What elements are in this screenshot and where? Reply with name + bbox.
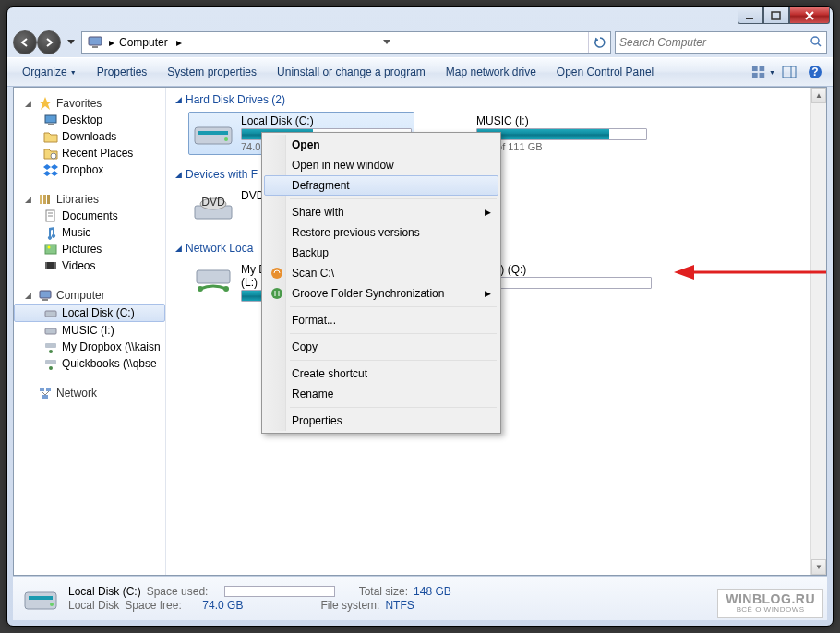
organize-menu[interactable]: Organize▼ (13, 61, 86, 83)
svg-point-52 (271, 288, 282, 299)
nav-local-disk-c[interactable]: Local Disk (C:) (14, 304, 165, 322)
search-box[interactable] (615, 31, 827, 54)
ctx-format[interactable]: Format... (264, 310, 498, 330)
nav-music-disk[interactable]: MUSIC (I:) (14, 322, 165, 339)
nav-back-button[interactable] (13, 30, 37, 54)
svg-rect-26 (45, 262, 47, 269)
control-panel-button[interactable]: Open Control Panel (547, 61, 663, 83)
address-dropdown[interactable] (378, 32, 394, 53)
nav-history-dropdown[interactable] (65, 40, 78, 45)
map-drive-button[interactable]: Map network drive (437, 61, 546, 83)
chevron-right-icon[interactable]: ▸ (174, 36, 185, 49)
view-options-button[interactable]: ▼ (751, 61, 775, 83)
collapse-icon: ◢ (175, 170, 182, 179)
nav-favorites-label: Favorites (56, 97, 102, 110)
favorites-icon (38, 96, 53, 111)
ctx-create-shortcut[interactable]: Create shortcut (264, 364, 498, 384)
watermark: WINBLOG.RU ВСЁ О WINDOWS (717, 589, 823, 618)
scroll-down-button[interactable]: ▼ (811, 559, 826, 575)
nav-libraries-header[interactable]: ◢ Libraries (14, 191, 165, 208)
svg-point-24 (48, 246, 51, 249)
recent-places-icon (43, 146, 58, 161)
ctx-defragment[interactable]: Defragment (264, 175, 498, 196)
ctx-rename[interactable]: Rename (264, 384, 498, 404)
nav-computer-header[interactable]: ◢ Computer (14, 287, 165, 304)
svg-line-5 (818, 43, 821, 46)
uninstall-button[interactable]: Uninstall or change a program (268, 61, 435, 83)
properties-button[interactable]: Properties (88, 61, 157, 83)
ctx-share-with[interactable]: Share with▶ (264, 202, 498, 222)
chevron-right-icon[interactable]: ▸ (106, 36, 117, 49)
svg-point-48 (198, 286, 203, 292)
context-menu: Open Open in new window Defragment Share… (261, 132, 501, 434)
nav-network-header[interactable]: ▷ Network (14, 385, 165, 401)
ctx-scan[interactable]: Scan C:\ (264, 263, 498, 283)
collapse-icon: ◢ (25, 291, 34, 300)
context-menu-separator (290, 407, 497, 408)
svg-rect-7 (760, 66, 765, 71)
refresh-button[interactable] (588, 32, 610, 53)
svg-rect-6 (752, 66, 758, 71)
nav-music[interactable]: Music (14, 224, 165, 241)
ctx-backup[interactable]: Backup (264, 243, 498, 263)
context-menu-separator (290, 360, 497, 361)
context-menu-separator (290, 306, 497, 307)
collapse-icon: ◢ (175, 95, 182, 104)
address-input[interactable]: ▸ Computer ▸ (81, 31, 611, 54)
ctx-groove-sync[interactable]: Groove Folder Synchronization▶ (264, 283, 498, 304)
nav-dropbox[interactable]: Dropbox (14, 161, 165, 178)
ctx-restore-versions[interactable]: Restore previous versions (264, 222, 498, 243)
libraries-icon (38, 192, 53, 207)
scrollbar[interactable]: ▲ ▼ (810, 88, 826, 575)
network-drive-icon (191, 263, 235, 300)
svg-rect-34 (45, 360, 56, 364)
svg-rect-37 (46, 388, 51, 391)
svg-rect-30 (45, 311, 56, 316)
videos-icon (43, 258, 58, 273)
svg-rect-27 (54, 262, 56, 269)
ctx-copy[interactable]: Copy (264, 337, 498, 357)
nav-pictures[interactable]: Pictures (14, 241, 165, 257)
ctx-properties[interactable]: Properties (264, 411, 498, 431)
network-drive-icon (43, 340, 58, 354)
help-button[interactable]: ? (803, 61, 827, 83)
music-icon (43, 225, 58, 240)
maximize-button[interactable] (763, 7, 789, 24)
svg-rect-28 (40, 291, 51, 298)
breadcrumb-computer[interactable]: Computer (117, 32, 174, 53)
svg-rect-29 (42, 299, 48, 301)
drive-name-label: MUSIC (I:) (476, 114, 647, 127)
status-space-free-label: Space free: (125, 599, 197, 612)
preview-pane-button[interactable] (777, 61, 801, 83)
svg-point-4 (811, 37, 819, 44)
ctx-open[interactable]: Open (264, 135, 498, 155)
disk-icon (191, 114, 235, 151)
nav-favorites-header[interactable]: ◢ Favorites (14, 95, 165, 112)
nav-videos[interactable]: Videos (14, 257, 165, 274)
svg-rect-31 (45, 328, 56, 334)
pictures-icon (43, 242, 58, 257)
svg-point-55 (50, 603, 54, 606)
svg-point-49 (223, 286, 229, 292)
search-input[interactable] (619, 36, 810, 49)
ctx-open-new-window[interactable]: Open in new window (264, 155, 498, 175)
system-properties-button[interactable]: System properties (158, 61, 266, 83)
scroll-up-button[interactable]: ▲ (811, 88, 826, 103)
nav-network-dropbox[interactable]: My Dropbox (\\kaisn (14, 339, 165, 355)
desktop-icon (43, 113, 58, 127)
nav-forward-button[interactable] (37, 30, 61, 54)
nav-network-quickbooks[interactable]: Quickbooks (\\qbse (14, 355, 165, 372)
nav-documents[interactable]: Documents (14, 208, 165, 224)
nav-downloads[interactable]: Downloads (14, 128, 165, 145)
dvd-icon: DVD (191, 189, 235, 226)
close-button[interactable] (789, 7, 830, 24)
minimize-button[interactable] (738, 7, 763, 24)
svg-rect-32 (45, 343, 56, 348)
nav-desktop[interactable]: Desktop (14, 112, 165, 128)
scroll-thumb[interactable] (811, 103, 826, 559)
collapse-icon: ◢ (175, 244, 182, 253)
collapse-icon: ◢ (25, 99, 34, 108)
explorer-window: ▸ Computer ▸ Organize▼ Properties System… (6, 6, 834, 627)
nav-recent-places[interactable]: Recent Places (14, 145, 165, 161)
group-hard-disk-drives[interactable]: ◢ Hard Disk Drives (2) (175, 93, 801, 106)
